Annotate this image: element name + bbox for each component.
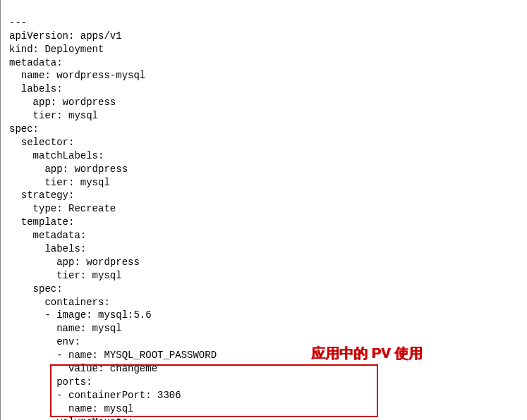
- yaml-line: - containerPort: 3306: [9, 390, 181, 401]
- yaml-line: metadata:: [9, 57, 63, 68]
- yaml-line: containers:: [9, 297, 110, 308]
- yaml-line: ports:: [9, 376, 92, 388]
- annotation-text: 应用中的 PV 使用: [311, 344, 423, 363]
- yaml-line: - image: mysql:5.6: [9, 309, 152, 321]
- yaml-line: name: mysql: [9, 403, 133, 414]
- yaml-line: spec:: [9, 283, 63, 295]
- yaml-line: - name: MYSQL_ROOT_PASSWORD: [9, 350, 217, 361]
- yaml-line: labels:: [9, 243, 86, 254]
- yaml-line: labels:: [9, 83, 63, 94]
- yaml-line: template:: [9, 216, 74, 228]
- yaml-line: name: wordpress-mysql: [9, 70, 145, 81]
- yaml-line: strategy:: [9, 190, 74, 201]
- yaml-line: app: wordpress: [9, 257, 140, 268]
- yaml-line: metadata:: [9, 230, 86, 241]
- yaml-line: app: wordpress: [9, 163, 128, 175]
- yaml-line: kind: Deployment: [9, 44, 104, 55]
- yaml-line: matchLabels:: [9, 150, 104, 161]
- yaml-line: type: Recreate: [9, 203, 116, 214]
- yaml-line: tier: mysql: [9, 270, 122, 281]
- yaml-line: name: mysql: [9, 323, 122, 334]
- yaml-code-block: --- apiVersion: apps/v1 kind: Deployment…: [9, 3, 524, 420]
- yaml-line: volumeMounts:: [9, 416, 133, 420]
- yaml-line: tier: mysql: [9, 110, 98, 121]
- yaml-line: ---: [9, 17, 27, 28]
- yaml-line: spec:: [9, 123, 39, 135]
- yaml-line: value: changeme: [9, 363, 157, 374]
- yaml-line: tier: mysql: [9, 177, 110, 188]
- yaml-line: env:: [9, 336, 80, 347]
- yaml-line: app: wordpress: [9, 97, 116, 108]
- yaml-line: selector:: [9, 137, 74, 148]
- yaml-line: apiVersion: apps/v1: [9, 30, 122, 42]
